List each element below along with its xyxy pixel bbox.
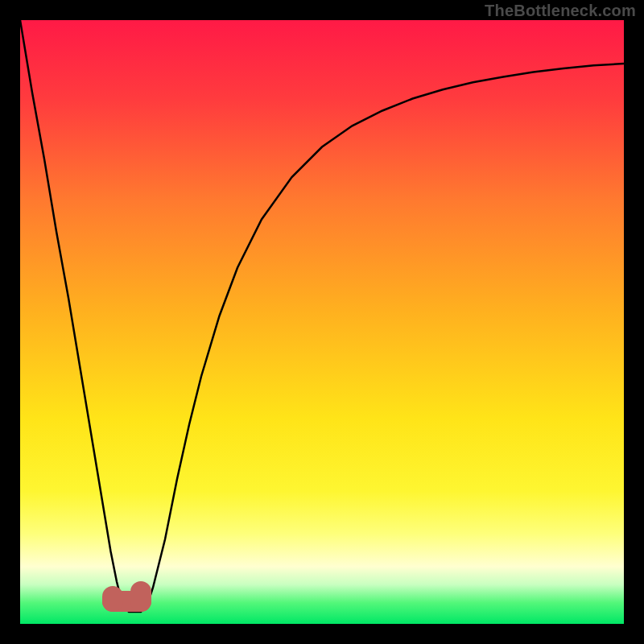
bottleneck-curve	[20, 20, 624, 612]
plot-area	[20, 20, 624, 624]
curve-layer	[20, 20, 624, 624]
outer-frame: TheBottleneck.com	[0, 0, 644, 644]
watermark-text: TheBottleneck.com	[485, 2, 636, 20]
highlight-marker	[113, 592, 141, 601]
